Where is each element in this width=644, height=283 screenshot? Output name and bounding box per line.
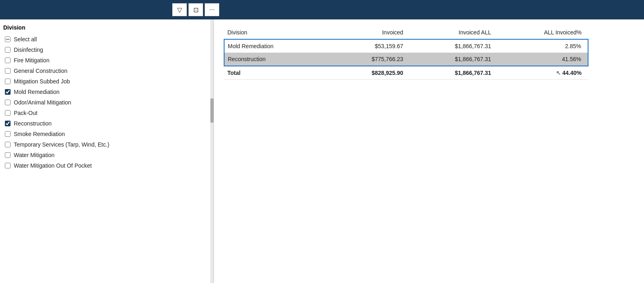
label-mold-remediation: Mold Remediation <box>14 89 60 95</box>
filter-panel: Division Select allDisinfectingFire Miti… <box>0 19 214 283</box>
total-invoiced-all: $1,866,767.31 <box>410 66 498 80</box>
total-division: Total <box>224 66 331 80</box>
label-reconstruction: Reconstruction <box>14 120 51 127</box>
label-smoke-remediation: Smoke Remediation <box>14 131 65 137</box>
label-water-mitigation: Water Mitigation <box>14 152 55 158</box>
col-all-invoiced-pct: ALL Invoiced% <box>498 26 588 39</box>
table-panel: Division Invoiced Invoiced ALL ALL Invoi… <box>214 19 644 283</box>
filter-item-water-mitigation-oop[interactable]: Water Mitigation Out Of Pocket <box>3 160 210 171</box>
col-division: Division <box>224 26 331 39</box>
checkbox-temporary-services[interactable] <box>5 142 11 147</box>
label-mitigation-subbed-job: Mitigation Subbed Job <box>14 78 70 85</box>
filter-item-disinfecting[interactable]: Disinfecting <box>3 45 210 55</box>
cell-invoiced-all: $1,866,767.31 <box>410 39 498 53</box>
col-invoiced-all: Invoiced ALL <box>410 26 498 39</box>
cell-invoiced: $775,766.23 <box>331 53 410 66</box>
cell-division: Reconstruction <box>224 53 331 66</box>
table-row: Reconstruction$775,766.23$1,866,767.3141… <box>224 53 588 66</box>
checkbox-reconstruction[interactable] <box>5 121 11 126</box>
label-water-mitigation-oop: Water Mitigation Out Of Pocket <box>14 162 92 169</box>
total-pct-value: 44.40% <box>563 70 582 76</box>
filter-item-select-all[interactable]: Select all <box>3 34 210 45</box>
checkbox-fire-mitigation[interactable] <box>5 57 11 63</box>
filter-item-fire-mitigation[interactable]: Fire Mitigation <box>3 55 210 66</box>
filter-item-temporary-services[interactable]: Temporary Services (Tarp, Wind, Etc.) <box>3 139 210 150</box>
filter-item-reconstruction[interactable]: Reconstruction <box>3 118 210 129</box>
main-content: Division Select allDisinfectingFire Miti… <box>0 19 644 283</box>
checkbox-select-all[interactable] <box>5 36 11 42</box>
filter-item-water-mitigation[interactable]: Water Mitigation <box>3 150 210 160</box>
checkbox-disinfecting[interactable] <box>5 47 11 53</box>
data-table: Division Invoiced Invoiced ALL ALL Invoi… <box>224 26 588 80</box>
filter-items-container: Select allDisinfectingFire MitigationGen… <box>3 34 210 171</box>
cell-invoiced-all: $1,866,767.31 <box>410 53 498 66</box>
checkbox-odor-animal[interactable] <box>5 100 11 105</box>
checkbox-general-construction[interactable] <box>5 68 11 74</box>
col-invoiced: Invoiced <box>331 26 410 39</box>
total-row: Total$828,925.90$1,866,767.31↖44.40% <box>224 66 588 80</box>
label-general-construction: General Construction <box>14 68 67 74</box>
top-bar: ▽ ⊡ ··· <box>0 0 644 19</box>
total-pct: ↖44.40% <box>498 66 588 80</box>
cursor-icon: ↖ <box>556 70 561 76</box>
label-select-all: Select all <box>14 36 37 43</box>
table-header-row: Division Invoiced Invoiced ALL ALL Invoi… <box>224 26 588 39</box>
scrollbar-thumb[interactable] <box>210 98 214 123</box>
checkbox-water-mitigation-oop[interactable] <box>5 163 11 168</box>
filter-item-general-construction[interactable]: General Construction <box>3 66 210 76</box>
scrollbar-track[interactable] <box>210 19 214 283</box>
filter-item-smoke-remediation[interactable]: Smoke Remediation <box>3 129 210 139</box>
cell-invoiced: $53,159.67 <box>331 39 410 53</box>
filter-item-mold-remediation[interactable]: Mold Remediation <box>3 87 210 97</box>
filter-item-mitigation-subbed-job[interactable]: Mitigation Subbed Job <box>3 76 210 87</box>
checkbox-pack-out[interactable] <box>5 110 11 116</box>
cell-division: Mold Remediation <box>224 39 331 53</box>
table-row: Mold Remediation$53,159.67$1,866,767.312… <box>224 39 588 53</box>
total-invoiced: $828,925.90 <box>331 66 410 80</box>
filter-item-pack-out[interactable]: Pack-Out <box>3 108 210 118</box>
label-disinfecting: Disinfecting <box>14 47 43 53</box>
checkbox-water-mitigation[interactable] <box>5 152 11 158</box>
filter-panel-title: Division <box>3 24 210 31</box>
label-fire-mitigation: Fire Mitigation <box>14 57 49 64</box>
label-temporary-services: Temporary Services (Tarp, Wind, Etc.) <box>14 141 109 148</box>
checkbox-mitigation-subbed-job[interactable] <box>5 79 11 84</box>
more-button[interactable]: ··· <box>205 3 219 16</box>
filter-button[interactable]: ▽ <box>172 3 187 16</box>
label-odor-animal: Odor/Animal Mitigation <box>14 99 71 106</box>
cell-pct: 2.85% <box>498 39 588 53</box>
label-pack-out: Pack-Out <box>14 110 37 116</box>
filter-item-odor-animal[interactable]: Odor/Animal Mitigation <box>3 97 210 108</box>
expand-button[interactable]: ⊡ <box>188 3 203 16</box>
checkbox-smoke-remediation[interactable] <box>5 131 11 137</box>
cell-pct: 41.56% <box>498 53 588 66</box>
toolbar-icons: ▽ ⊡ ··· <box>172 3 219 16</box>
checkbox-mold-remediation[interactable] <box>5 89 11 95</box>
table-body: Mold Remediation$53,159.67$1,866,767.312… <box>224 39 588 80</box>
